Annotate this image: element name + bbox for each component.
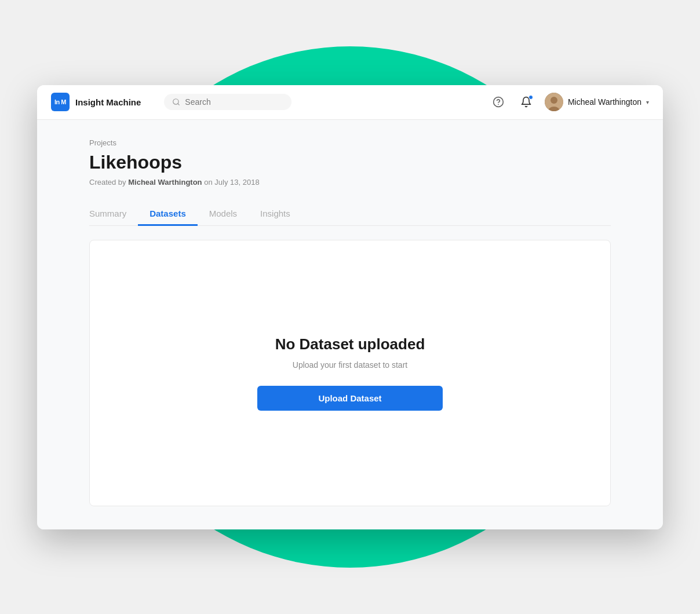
project-title: Likehoops bbox=[89, 152, 611, 173]
svg-line-1 bbox=[178, 104, 180, 105]
main-content: Projects Likehoops Created by Micheal Wa… bbox=[37, 120, 663, 529]
help-icon bbox=[493, 96, 504, 108]
empty-state-description: Upload your first dataset to start bbox=[293, 360, 407, 370]
creator-name: Micheal Warthington bbox=[128, 178, 202, 187]
meta-prefix: Created by bbox=[89, 178, 126, 187]
search-bar[interactable] bbox=[164, 94, 291, 110]
breadcrumb: Projects bbox=[89, 138, 611, 147]
browser-window: In M Insight Machine bbox=[37, 85, 663, 529]
tab-datasets[interactable]: Datasets bbox=[138, 203, 198, 226]
svg-point-5 bbox=[550, 97, 557, 104]
project-date: July 13, 2018 bbox=[214, 178, 259, 187]
notifications-button[interactable] bbox=[517, 93, 535, 111]
search-input[interactable] bbox=[185, 97, 283, 107]
tab-insights[interactable]: Insights bbox=[249, 203, 302, 226]
date-prefix: on bbox=[204, 178, 214, 187]
navbar: In M Insight Machine bbox=[37, 85, 663, 120]
chevron-down-icon: ▾ bbox=[646, 99, 649, 105]
user-name-label: Micheal Warthington bbox=[568, 97, 641, 107]
search-icon bbox=[172, 98, 180, 106]
tab-models[interactable]: Models bbox=[198, 203, 249, 226]
nav-right: Micheal Warthington ▾ bbox=[489, 93, 649, 111]
project-meta: Created by Micheal Warthington on July 1… bbox=[89, 178, 611, 187]
empty-state-title: No Dataset uploaded bbox=[275, 335, 425, 353]
help-button[interactable] bbox=[489, 93, 508, 111]
notification-dot bbox=[528, 95, 533, 100]
avatar bbox=[545, 93, 563, 111]
tab-summary[interactable]: Summary bbox=[89, 203, 138, 226]
app-name: Insight Machine bbox=[75, 97, 141, 107]
logo-badge[interactable]: In M bbox=[51, 93, 70, 111]
tabs: Summary Datasets Models Insights bbox=[89, 203, 611, 226]
user-area[interactable]: Micheal Warthington ▾ bbox=[545, 93, 649, 111]
upload-dataset-button[interactable]: Upload Dataset bbox=[257, 386, 443, 411]
content-panel: No Dataset uploaded Upload your first da… bbox=[89, 240, 611, 506]
